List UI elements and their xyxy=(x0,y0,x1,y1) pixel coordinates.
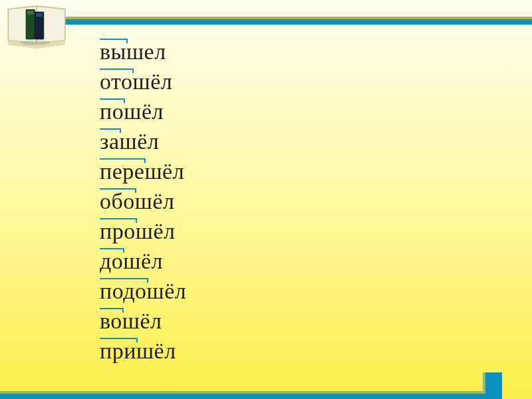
list-item: вошёл xyxy=(100,306,186,336)
list-item: обошёл xyxy=(100,186,186,216)
word-text: прошёл xyxy=(100,219,175,243)
footer-divider xyxy=(0,386,532,399)
list-item: подошёл xyxy=(100,276,186,306)
list-item: прошёл xyxy=(100,216,186,246)
word-text: вышел xyxy=(100,39,166,64)
word-text: подошёл xyxy=(100,279,186,303)
word-text: пришёл xyxy=(100,338,176,363)
word-text: пошёл xyxy=(100,99,164,124)
books-icon xyxy=(4,1,70,55)
svg-rect-3 xyxy=(27,11,34,14)
list-item: отошёл xyxy=(100,66,186,96)
list-item: дошёл xyxy=(100,246,186,276)
list-item: пошёл xyxy=(100,96,186,126)
list-item: пришёл xyxy=(100,336,186,366)
word-text: дошёл xyxy=(100,249,163,273)
list-item: вышел xyxy=(100,37,186,66)
list-item: зашёл xyxy=(100,126,186,156)
word-text: перешёл xyxy=(100,159,184,184)
svg-rect-5 xyxy=(36,13,43,17)
slide: вышел отошёл пошёл зашёл перешёл обошёл … xyxy=(0,0,532,399)
word-text: обошёл xyxy=(100,189,175,213)
list-item: перешёл xyxy=(100,156,186,186)
svg-point-6 xyxy=(19,41,50,45)
word-list: вышел отошёл пошёл зашёл перешёл обошёл … xyxy=(100,37,186,366)
header-divider xyxy=(0,17,532,23)
word-text: вошёл xyxy=(100,309,162,333)
word-text: зашёл xyxy=(100,129,159,154)
word-text: отошёл xyxy=(100,69,172,94)
